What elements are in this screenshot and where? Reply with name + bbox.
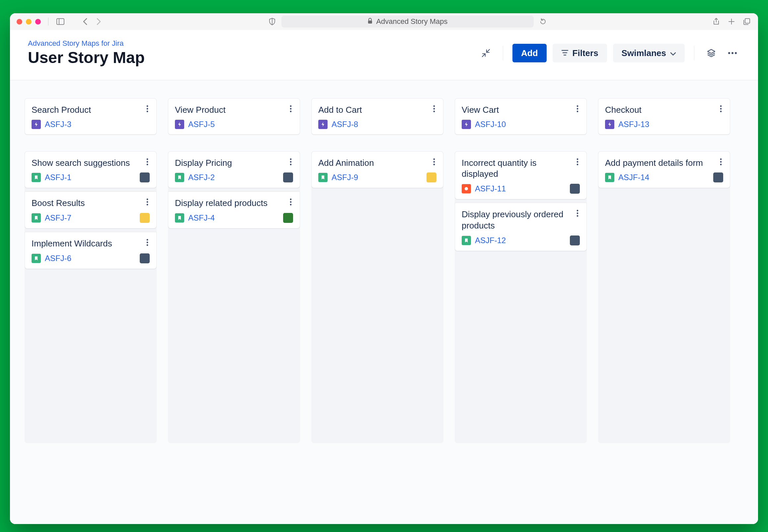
tabs-overview-icon[interactable] <box>742 17 751 26</box>
card-menu-icon[interactable] <box>142 156 153 167</box>
issue-key-link[interactable]: ASFJ-2 <box>188 173 215 182</box>
lane-body[interactable]: Add AnimationASFJ-9 <box>311 151 444 443</box>
issue-key-link[interactable]: ASFJ-8 <box>331 120 358 129</box>
card-title: Incorrect quantity is displayed <box>462 158 580 180</box>
issue-key-link[interactable]: ASFJ-6 <box>45 254 71 263</box>
svg-rect-0 <box>57 19 64 25</box>
header-actions: Add Filters Swimlanes <box>478 39 740 62</box>
epic-card[interactable]: Add to CartASFJ-8 <box>311 98 444 135</box>
epic-card[interactable]: View ProductASFJ-5 <box>168 98 300 135</box>
more-menu-icon[interactable] <box>725 45 740 61</box>
card-menu-icon[interactable] <box>572 156 583 167</box>
story-type-icon <box>32 173 41 182</box>
story-card[interactable]: Display PricingASFJ-2 <box>168 151 300 188</box>
issue-key-link[interactable]: ASFJ-3 <box>45 120 71 129</box>
card-menu-icon[interactable] <box>285 156 296 167</box>
epic-type-icon <box>175 120 184 129</box>
issue-key-link[interactable]: ASJF-14 <box>618 173 649 182</box>
svg-rect-3 <box>745 19 750 23</box>
zoom-window-icon[interactable] <box>35 19 41 25</box>
card-menu-icon[interactable] <box>715 103 727 114</box>
story-card[interactable]: Add AnimationASFJ-9 <box>311 151 444 188</box>
page-title: User Story Map <box>28 49 145 67</box>
card-title: Add payment details form <box>605 158 723 169</box>
issue-key-link[interactable]: ASFJ-9 <box>331 173 358 182</box>
issue-key-link[interactable]: ASFJ-11 <box>475 184 506 193</box>
card-footer: ASFJ-6 <box>32 253 150 263</box>
bug-type-icon <box>462 184 471 193</box>
add-button[interactable]: Add <box>513 44 547 62</box>
svg-point-5 <box>732 52 733 54</box>
story-type-icon <box>605 173 614 182</box>
svg-point-4 <box>728 52 730 54</box>
breadcrumb[interactable]: Advanced Story Maps for Jira <box>28 39 145 48</box>
card-footer: ASFJ-10 <box>462 120 580 129</box>
nav-forward-icon[interactable] <box>94 17 104 26</box>
reload-icon[interactable] <box>538 17 548 26</box>
priority-chip <box>427 172 437 182</box>
lane-body[interactable]: Add payment details formASJF-14 <box>598 151 730 443</box>
story-card[interactable]: Add payment details formASJF-14 <box>598 151 730 188</box>
issue-key-link[interactable]: ASFJ-4 <box>188 213 215 223</box>
story-card[interactable]: Display related productsASFJ-4 <box>168 191 300 229</box>
lane-body[interactable]: Display PricingASFJ-2Display related pro… <box>168 151 300 443</box>
new-tab-icon[interactable] <box>727 17 736 26</box>
story-card[interactable]: Implement WildcardsASFJ-6 <box>25 232 157 269</box>
card-footer: ASFJ-7 <box>32 213 150 223</box>
minimize-window-icon[interactable] <box>26 19 32 25</box>
card-title: Show search suggestions <box>32 158 150 169</box>
header-divider-2 <box>694 46 694 60</box>
story-card[interactable]: Boost ResultsASFJ-7 <box>25 191 157 229</box>
card-title: Checkout <box>605 104 723 116</box>
collapse-icon[interactable] <box>478 45 494 61</box>
url-bar[interactable]: Advanced Story Maps <box>281 16 534 28</box>
card-menu-icon[interactable] <box>142 237 153 248</box>
card-title: Implement Wildcards <box>32 238 150 249</box>
add-button-label: Add <box>521 48 538 58</box>
nav-back-icon[interactable] <box>80 17 90 26</box>
epic-card[interactable]: Search ProductASFJ-3 <box>25 98 157 135</box>
issue-key-link[interactable]: ASFJ-1 <box>45 173 71 182</box>
layers-icon[interactable] <box>704 45 719 61</box>
swimlanes-button[interactable]: Swimlanes <box>613 44 685 62</box>
app-window: Advanced Story Maps Advanced Story Maps … <box>10 13 758 524</box>
swimlanes-button-label: Swimlanes <box>622 48 666 58</box>
filters-button[interactable]: Filters <box>553 44 607 62</box>
card-menu-icon[interactable] <box>142 196 153 208</box>
story-card[interactable]: Incorrect quantity is displayedASFJ-11 <box>455 151 587 200</box>
card-menu-icon[interactable] <box>285 103 296 114</box>
share-icon[interactable] <box>712 17 721 26</box>
epic-card[interactable]: View CartASFJ-10 <box>455 98 587 135</box>
card-menu-icon[interactable] <box>285 196 296 208</box>
issue-key-link[interactable]: ASFJ-5 <box>188 120 215 129</box>
card-menu-icon[interactable] <box>142 103 153 114</box>
lane: Add to CartASFJ-8Add AnimationASFJ-9 <box>311 98 444 443</box>
epic-card[interactable]: CheckoutASFJ-13 <box>598 98 730 135</box>
card-footer: ASFJ-1 <box>32 172 150 182</box>
story-card[interactable]: Show search suggestionsASFJ-1 <box>25 151 157 188</box>
card-menu-icon[interactable] <box>572 208 583 219</box>
card-menu-icon[interactable] <box>572 103 583 114</box>
privacy-shield-icon[interactable] <box>267 17 277 26</box>
priority-chip <box>570 235 580 245</box>
card-menu-icon[interactable] <box>715 156 727 167</box>
story-card[interactable]: Display previously ordered productsASJF-… <box>455 203 587 251</box>
issue-key-link[interactable]: ASFJ-13 <box>618 120 649 129</box>
issue-key-link[interactable]: ASFJ-7 <box>45 213 71 223</box>
issue-key-link[interactable]: ASJF-12 <box>475 236 506 245</box>
card-menu-icon[interactable] <box>429 156 440 167</box>
card-title: Display previously ordered products <box>462 209 580 232</box>
card-menu-icon[interactable] <box>429 103 440 114</box>
card-title: Add to Cart <box>318 104 437 116</box>
story-type-icon <box>175 213 184 223</box>
issue-key-link[interactable]: ASFJ-10 <box>475 120 506 129</box>
close-window-icon[interactable] <box>17 19 22 25</box>
story-type-icon <box>175 173 184 182</box>
priority-chip <box>283 172 293 182</box>
lane-body[interactable]: Incorrect quantity is displayedASFJ-11Di… <box>455 151 587 443</box>
sidebar-toggle-icon[interactable] <box>56 17 65 26</box>
header-divider <box>503 46 503 60</box>
lane-body[interactable]: Show search suggestionsASFJ-1Boost Resul… <box>25 151 157 443</box>
card-title: Search Product <box>32 104 150 116</box>
story-type-icon <box>32 254 41 263</box>
